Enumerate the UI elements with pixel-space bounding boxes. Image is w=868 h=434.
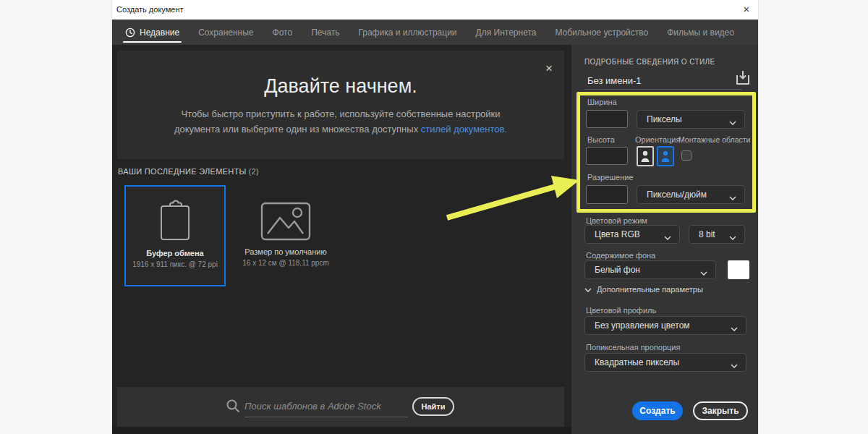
welcome-text: Чтобы быстро приступить к работе, исполь… [117,106,564,137]
find-button[interactable]: Найти [412,397,454,416]
recent-items-heading: ВАШИ ПОСЛЕДНИЕ ЭЛЕМЕНТЫ(2) [118,167,259,176]
category-tabbar: Недавние Сохраненные Фото Печать Графика… [112,20,758,45]
tab-recent[interactable]: Недавние [125,20,179,45]
orientation-landscape-button[interactable] [657,146,674,166]
tab-label: Недавние [140,27,179,38]
resolution-label: Разрешение [587,173,634,182]
search-icon [226,399,240,416]
main-area: × Давайте начнем. Чтобы быстро приступит… [112,45,571,434]
color-profile-label: Цветовой профиль [586,306,656,315]
color-profile-select[interactable]: Без управления цветом [584,316,746,335]
create-button[interactable]: Создать [632,401,683,420]
tab-web[interactable]: Для Интернета [476,20,537,45]
image-icon [260,201,311,242]
background-color-swatch[interactable] [728,260,749,279]
artboards-label: Монтажные области [678,135,750,144]
save-preset-icon[interactable] [736,70,750,89]
chevron-down-icon [731,323,738,333]
window-close-icon[interactable]: × [738,1,755,18]
tab-art-illustration[interactable]: Графика и иллюстрации [358,20,456,45]
stock-search-bar: Найти [117,387,564,427]
title-bar: Создать документ × [112,0,758,20]
close-button[interactable]: Закрыть [693,401,748,420]
advanced-options-toggle[interactable]: Дополнительные параметры [584,285,703,294]
width-label: Ширина [587,98,617,106]
tab-film-video[interactable]: Фильмы и видео [667,20,734,45]
pixel-aspect-ratio-label: Попиксельная пропорция [586,343,680,352]
recent-item-meta: 1916 x 911 пикс. @ 72 ppi [132,260,218,268]
clipboard-icon [158,198,192,243]
height-label: Высота [587,135,615,144]
recent-item-clipboard[interactable]: Буфер обмена 1916 x 911 пикс. @ 72 ppi [124,185,226,286]
recent-item-meta: 16 x 12 см @ 118,11 ppcm [242,259,329,267]
document-name-field[interactable]: Без имени-1 [587,75,641,86]
color-mode-select[interactable]: Цвета RGB [584,225,680,244]
resolution-input[interactable] [586,185,628,204]
search-input[interactable] [244,396,408,417]
dialog-bottom-edge [112,427,571,434]
width-unit-select[interactable]: Пикселы [637,110,745,129]
create-document-dialog: Создать документ × Недавние Сохраненные … [112,0,758,434]
resolution-unit-select[interactable]: Пикселы/дюйм [637,185,745,204]
chevron-down-icon [664,232,671,242]
bit-depth-select[interactable]: 8 bit [689,225,745,244]
artboards-checkbox[interactable] [681,150,692,161]
chevron-down-icon [584,285,592,294]
welcome-banner: × Давайте начнем. Чтобы быстро приступит… [117,51,564,159]
width-input[interactable] [586,110,628,128]
orientation-portrait-button[interactable] [637,146,654,166]
welcome-title: Давайте начнем. [117,75,564,98]
color-mode-label: Цветовой режим [586,216,647,225]
name-divider [584,89,741,90]
background-contents-select[interactable]: Белый фон [584,260,716,279]
chevron-down-icon [729,117,736,127]
landscape-person-icon [660,149,671,163]
recent-item-default-size[interactable]: Размер по умолчанию 16 x 12 см @ 118,11 … [239,185,333,286]
recent-item-title: Размер по умолчанию [244,247,326,256]
chevron-down-icon [729,232,736,242]
orientation-label: Ориентация [635,135,680,144]
chevron-down-icon [731,360,738,370]
preset-details-panel: ПОДРОБНЫЕ СВЕДЕНИЯ О СТИЛЕ Без имени-1 Ш… [571,45,758,434]
background-contents-label: Содержимое фона [586,251,655,260]
panel-heading: ПОДРОБНЫЕ СВЕДЕНИЯ О СТИЛЕ [584,58,715,66]
document-presets-link[interactable]: стилей документов. [421,124,507,135]
tab-saved[interactable]: Сохраненные [198,20,253,45]
tab-print[interactable]: Печать [311,20,339,45]
tab-mobile[interactable]: Мобильное устройство [555,20,648,45]
tab-photo[interactable]: Фото [273,20,293,45]
recent-item-title: Буфер обмена [146,249,204,258]
chevron-down-icon [729,192,736,203]
recent-items-count: (2) [249,167,259,176]
banner-close-icon[interactable]: × [541,61,557,77]
portrait-person-icon [639,149,651,163]
clock-icon [125,27,135,38]
height-input[interactable] [586,147,628,165]
chevron-down-icon [700,268,707,278]
pixel-aspect-ratio-select[interactable]: Квадратные пикселы [584,353,746,372]
window-title: Создать документ [116,5,184,14]
